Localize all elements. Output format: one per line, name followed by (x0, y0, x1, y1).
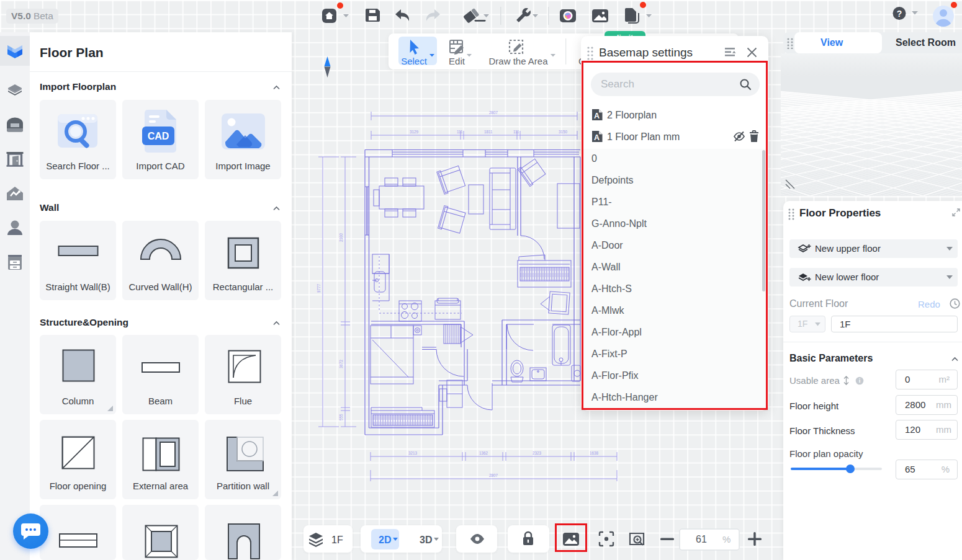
svg-text:Edit: Edit (449, 56, 465, 66)
svg-text:9777: 9777 (317, 283, 321, 293)
svg-text:3129: 3129 (410, 130, 419, 134)
svg-text:Select: Select (401, 56, 428, 66)
svg-text:2930: 2930 (339, 233, 343, 242)
svg-text:3D: 3D (420, 535, 432, 545)
svg-text:1F: 1F (331, 535, 343, 545)
svg-text:Draw the Area: Draw the Area (488, 56, 548, 66)
svg-text:3213: 3213 (408, 451, 418, 455)
svg-text:111: 111 (457, 130, 463, 134)
svg-text:1811: 1811 (484, 130, 493, 134)
svg-text:1638: 1638 (590, 451, 599, 455)
svg-text:61: 61 (696, 534, 707, 544)
svg-text:2D: 2D (379, 535, 391, 545)
svg-text:CAD: CAD (148, 131, 169, 141)
svg-text:1362: 1362 (479, 451, 488, 455)
svg-text:2807: 2807 (489, 473, 498, 478)
svg-text:2807: 2807 (489, 110, 498, 115)
svg-text:?: ? (897, 9, 902, 19)
svg-text:3672: 3672 (339, 359, 343, 368)
svg-text:2323: 2323 (533, 451, 542, 455)
svg-text:555: 555 (339, 414, 343, 420)
svg-text:%: % (722, 534, 730, 544)
svg-text:i: i (859, 377, 861, 384)
svg-text:111: 111 (513, 130, 519, 134)
svg-text:3150: 3150 (559, 130, 568, 134)
